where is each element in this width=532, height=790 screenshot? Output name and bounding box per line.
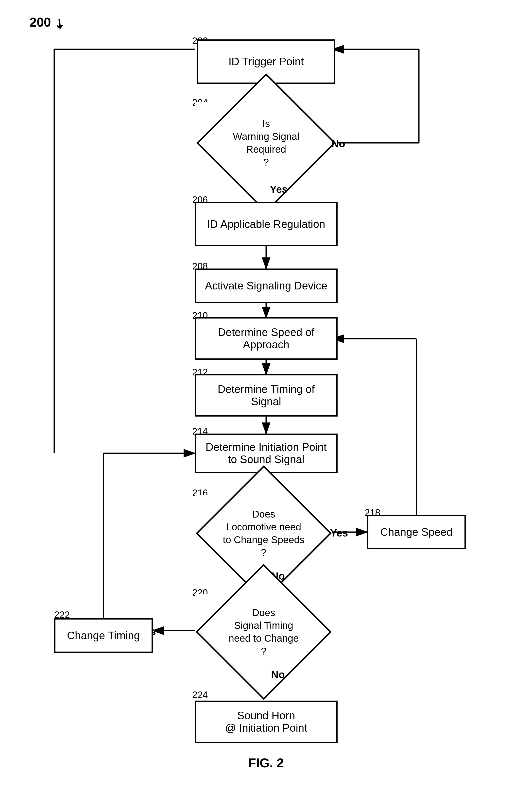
diamond-216: DoesLocomotive needto Change Speeds? xyxy=(195,495,332,572)
yes-label-204: Yes xyxy=(270,184,288,195)
box-206: ID Applicable Regulation xyxy=(195,202,338,246)
box-208: Activate Signaling Device xyxy=(195,269,338,303)
diamond-204: IsWarning SignalRequired? xyxy=(195,102,338,184)
yes-label-216: Yes xyxy=(330,527,348,539)
diagram-arrow: ↘ xyxy=(51,14,69,33)
box-222: Change Timing xyxy=(54,618,153,653)
box-218: Change Speed xyxy=(367,515,466,549)
flowchart-diagram: 200 ↘ xyxy=(0,0,532,790)
diamond-220: DoesSignal Timingneed to Change? xyxy=(195,594,332,670)
box-214: Determine Initiation Pointto Sound Signa… xyxy=(195,433,338,473)
no-label-204: No xyxy=(331,138,345,150)
figure-caption: FIG. 2 xyxy=(0,755,532,770)
box-224: Sound Horn@ Initiation Point xyxy=(195,700,338,743)
diagram-label: 200 xyxy=(30,15,51,30)
step-label-224: 224 xyxy=(192,690,208,700)
no-label-220: No xyxy=(271,669,285,681)
box-212: Determine Timing ofSignal xyxy=(195,374,338,417)
box-210: Determine Speed ofApproach xyxy=(195,317,338,360)
